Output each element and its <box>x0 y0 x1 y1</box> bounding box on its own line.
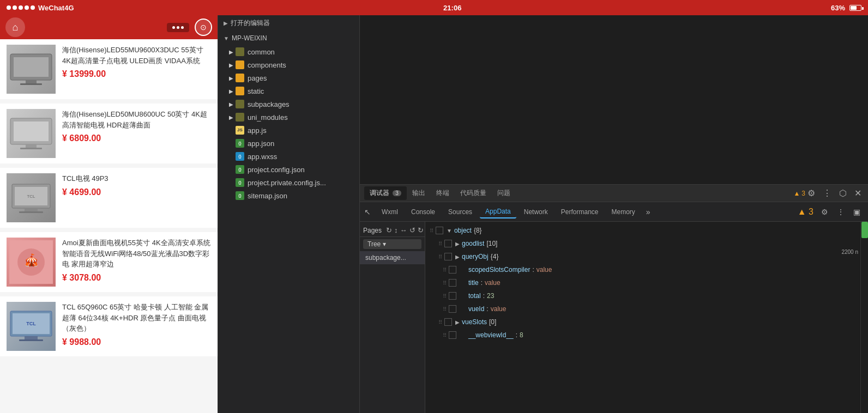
data-vueslots: ⠿ ▶ vueSlots [0] <box>425 315 860 329</box>
options-btn[interactable]: ⋮ <box>834 206 848 217</box>
warn-settings-icon[interactable]: ▲ 3 <box>795 206 816 218</box>
tree-item-static[interactable]: ▶ static <box>218 84 359 98</box>
settings-icon[interactable]: ⚙ <box>805 187 817 199</box>
settings-btn[interactable]: ⚙ <box>818 206 831 217</box>
toolbar-tab-performance[interactable]: Performance <box>556 206 604 218</box>
editor-content <box>360 15 868 184</box>
warn-number: 3 <box>801 190 805 197</box>
dots-vueid[interactable]: ⠿ <box>443 306 447 312</box>
toolbar-tab-console[interactable]: Console <box>406 206 441 218</box>
tab-output[interactable]: 输出 <box>407 186 431 200</box>
home-icon: ⌂ <box>13 22 19 33</box>
product-item-2[interactable]: 海信(Hisense)LED50MU8600UC 50英寸 4K超高清智能电视 … <box>0 104 218 163</box>
signal-dot-2 <box>13 5 17 10</box>
tree-item-common[interactable]: ▶ common <box>218 45 359 58</box>
file-label-appjson: app.json <box>248 139 274 148</box>
tree-item-subpackages[interactable]: ▶ subpackages <box>218 98 359 111</box>
tree-item-projectconfig[interactable]: ▶ {} project.config.json <box>218 163 359 176</box>
dots-scopedslots[interactable]: ⠿ <box>443 267 447 273</box>
product-price-4: ¥ 3078.00 <box>62 273 211 283</box>
product-item-3[interactable]: TCL TCL电视 49P3 ¥ 4699.00 <box>0 168 218 228</box>
arrow-vueslots[interactable]: ▶ <box>455 319 460 325</box>
menu-dots-button[interactable] <box>167 23 189 32</box>
home-button[interactable]: ⌂ <box>5 17 25 37</box>
arrow-goodlist[interactable]: ▶ <box>455 241 460 247</box>
time-label: 21:06 <box>443 4 461 12</box>
toolbar-tab-sources[interactable]: Sources <box>443 206 478 218</box>
tree-item-sitemap[interactable]: ▶ {} sitemap.json <box>218 189 359 202</box>
key-scopedslots: scopedSlotsCompiler <box>468 266 530 274</box>
tab-quality[interactable]: 代码质量 <box>455 186 492 200</box>
toolbar-tab-appdata[interactable]: AppData <box>480 205 516 218</box>
cursor-icon[interactable]: ↖ <box>364 208 371 216</box>
redo-icon[interactable]: ↻ <box>418 226 424 234</box>
close-devtools-icon[interactable]: ✕ <box>852 187 864 199</box>
dots-vueslots[interactable]: ⠿ <box>438 319 442 325</box>
folder-icon-pages <box>236 74 244 82</box>
product-item-5[interactable]: TCL TCL 65Q960C 65英寸 哈曼卡顿 人工智能 金属超薄 64位3… <box>0 296 218 356</box>
svg-rect-11 <box>19 211 43 213</box>
product-info-2: 海信(Hisense)LED50MU8600UC 50英寸 4K超高清智能电视 … <box>62 109 211 143</box>
dots-webviewid[interactable]: ⠿ <box>443 332 447 338</box>
menu-dot-3 <box>181 26 184 29</box>
sim-toolbar: ⌂ ⊙ <box>0 15 218 39</box>
undo-icon[interactable]: ↺ <box>409 226 415 234</box>
page-item-subpackage[interactable]: subpackage... <box>360 251 425 264</box>
more-tabs-icon[interactable]: » <box>643 206 654 217</box>
tree-item-components[interactable]: ▶ components <box>218 58 359 71</box>
value-webviewid: 8 <box>520 331 523 339</box>
scrollbar-thumb[interactable] <box>861 222 868 238</box>
more-options-icon[interactable]: ⋮ <box>821 187 834 199</box>
scrollbar-label: 2200 n <box>841 249 858 255</box>
open-editors-label: 打开的编辑器 <box>231 19 270 28</box>
project-header[interactable]: ▼ MP-WEIXIN <box>218 31 359 45</box>
dots-root[interactable]: ⠿ <box>430 228 433 234</box>
file-label-appjs: app.js <box>248 126 267 135</box>
tab-terminal[interactable]: 终端 <box>431 186 455 200</box>
tab-terminal-label: 终端 <box>436 189 449 197</box>
page-item-label: subpackage... <box>365 254 406 262</box>
json-icon-appjson: {} <box>236 139 244 148</box>
colon-scopedslots: : <box>532 266 534 274</box>
tree-item-appjs[interactable]: ▶ JS app.js <box>218 124 359 137</box>
tab-debugger[interactable]: 调试器 3 <box>364 186 407 200</box>
record-button[interactable]: ⊙ <box>195 19 212 36</box>
svg-rect-6 <box>26 144 37 148</box>
open-editors-header[interactable]: ▶ 打开的编辑器 <box>218 15 359 31</box>
expand-pages-icon[interactable]: ↕ <box>394 226 398 234</box>
folder-arrow-pages: ▶ <box>229 75 233 81</box>
toolbar-tab-memory[interactable]: Memory <box>606 206 640 218</box>
dock-btn[interactable]: ▣ <box>850 206 864 217</box>
tree-item-appwxss[interactable]: ▶ {} app.wxss <box>218 150 359 163</box>
product-price-1: ¥ 13999.00 <box>62 69 211 79</box>
tree-dropdown[interactable]: Tree ▾ <box>363 239 421 249</box>
refresh-pages-icon[interactable]: ↻ <box>386 226 392 234</box>
tree-item-uni-modules[interactable]: ▶ uni_modules <box>218 111 359 124</box>
product-list[interactable]: 海信(Hisense)LED55MU9600X3DUC 55英寸 4K超高清量子… <box>0 39 218 413</box>
arrow-queryobj[interactable]: ▶ <box>455 254 460 260</box>
pages-label: Pages <box>363 227 382 234</box>
brace-root: {8} <box>474 227 482 234</box>
product-thumbnail-3: TCL <box>7 173 56 222</box>
toolbar-tab-network[interactable]: Network <box>519 206 553 218</box>
toolbar-tab-wxml[interactable]: Wxml <box>376 206 403 218</box>
collapse-pages-icon[interactable]: ↔ <box>400 226 407 234</box>
tree-item-projectprivate[interactable]: ▶ {} project.private.config.js... <box>218 176 359 189</box>
file-label-sitemap: sitemap.json <box>248 192 287 200</box>
pages-toolbar: Pages ↻ ↕ ↔ ↺ ↻ <box>360 224 425 237</box>
dots-goodlist[interactable]: ⠿ <box>438 241 442 247</box>
dots-title[interactable]: ⠿ <box>443 280 447 286</box>
tab-issues[interactable]: 问题 <box>492 186 516 200</box>
product-item-1[interactable]: 海信(Hisense)LED55MU9600X3DUC 55英寸 4K超高清量子… <box>0 39 218 99</box>
folder-icon-components <box>236 60 244 69</box>
svg-rect-19 <box>19 339 43 341</box>
dots-queryobj[interactable]: ⠿ <box>438 254 442 260</box>
arrow-root[interactable]: ▼ <box>447 228 452 234</box>
folder-icon-static <box>236 87 244 95</box>
maximize-icon[interactable]: ⬡ <box>837 187 849 199</box>
product-item-4[interactable]: 🎪 Amoi夏新曲面电视机55英寸 4K全高清安卓系统智能语音无线WiFi网络4… <box>0 232 218 292</box>
tree-item-pages[interactable]: ▶ pages <box>218 71 359 84</box>
dots-total[interactable]: ⠿ <box>443 293 447 299</box>
svg-rect-7 <box>20 148 42 149</box>
tree-item-appjson[interactable]: ▶ {} app.json <box>218 137 359 150</box>
